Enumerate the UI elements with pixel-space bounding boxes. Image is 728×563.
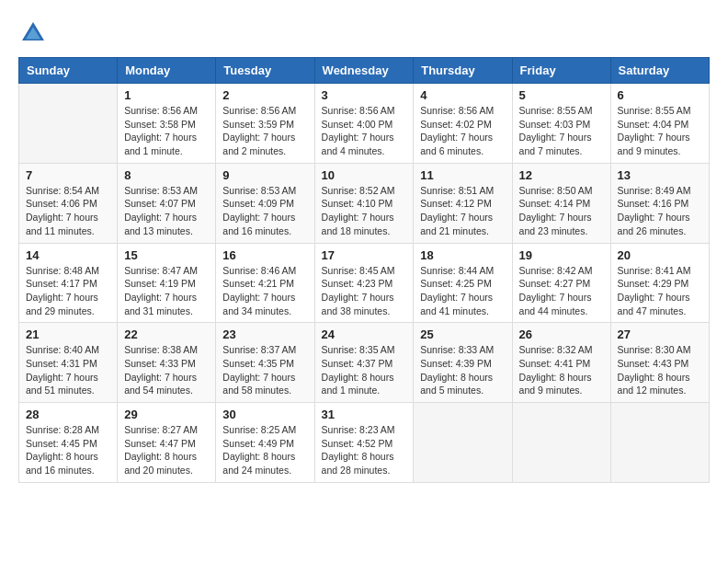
day-cell: 12Sunrise: 8:50 AM Sunset: 4:14 PM Dayli… [512,163,610,243]
day-cell: 2Sunrise: 8:56 AM Sunset: 3:59 PM Daylig… [216,84,314,164]
day-number: 11 [420,168,505,182]
day-info: Sunrise: 8:51 AM Sunset: 4:12 PM Dayligh… [420,184,505,238]
day-cell: 22Sunrise: 8:38 AM Sunset: 4:33 PM Dayli… [118,323,216,403]
day-cell: 17Sunrise: 8:45 AM Sunset: 4:23 PM Dayli… [314,243,414,323]
day-cell: 1Sunrise: 8:56 AM Sunset: 3:58 PM Daylig… [118,84,216,164]
day-info: Sunrise: 8:35 AM Sunset: 4:37 PM Dayligh… [322,343,407,397]
day-cell [19,84,118,164]
day-info: Sunrise: 8:25 AM Sunset: 4:49 PM Dayligh… [222,423,307,477]
day-number: 15 [124,248,209,262]
day-info: Sunrise: 8:33 AM Sunset: 4:39 PM Dayligh… [420,343,505,397]
day-number: 30 [222,408,307,421]
day-number: 2 [222,88,307,102]
day-number: 4 [420,88,505,102]
day-info: Sunrise: 8:41 AM Sunset: 4:29 PM Dayligh… [618,264,702,318]
day-cell [610,403,709,483]
day-cell: 6Sunrise: 8:55 AM Sunset: 4:04 PM Daylig… [610,84,709,164]
day-number: 31 [322,408,407,421]
day-cell: 14Sunrise: 8:48 AM Sunset: 4:17 PM Dayli… [19,243,118,323]
day-number: 28 [26,408,110,421]
day-info: Sunrise: 8:53 AM Sunset: 4:07 PM Dayligh… [124,184,209,238]
day-info: Sunrise: 8:48 AM Sunset: 4:17 PM Dayligh… [26,264,110,318]
day-cell: 30Sunrise: 8:25 AM Sunset: 4:49 PM Dayli… [216,403,314,483]
day-cell: 18Sunrise: 8:44 AM Sunset: 4:25 PM Dayli… [414,243,512,323]
day-number: 19 [519,248,604,262]
day-cell: 24Sunrise: 8:35 AM Sunset: 4:37 PM Dayli… [314,323,414,403]
day-number: 25 [420,327,505,341]
week-row-2: 7Sunrise: 8:54 AM Sunset: 4:06 PM Daylig… [19,163,710,243]
day-cell: 16Sunrise: 8:46 AM Sunset: 4:21 PM Dayli… [216,243,314,323]
day-cell: 29Sunrise: 8:27 AM Sunset: 4:47 PM Dayli… [118,403,216,483]
weekday-header-tuesday: Tuesday [216,58,314,84]
weekday-header-sunday: Sunday [19,58,118,84]
day-cell: 4Sunrise: 8:56 AM Sunset: 4:02 PM Daylig… [414,84,512,164]
day-cell: 5Sunrise: 8:55 AM Sunset: 4:03 PM Daylig… [512,84,610,164]
day-info: Sunrise: 8:47 AM Sunset: 4:19 PM Dayligh… [124,264,209,318]
day-number: 26 [519,327,604,341]
calendar-table: SundayMondayTuesdayWednesdayThursdayFrid… [18,57,710,483]
day-cell: 19Sunrise: 8:42 AM Sunset: 4:27 PM Dayli… [512,243,610,323]
day-cell: 31Sunrise: 8:23 AM Sunset: 4:52 PM Dayli… [314,403,414,483]
day-info: Sunrise: 8:27 AM Sunset: 4:47 PM Dayligh… [124,423,209,477]
day-cell [512,403,610,483]
day-number: 22 [124,327,209,341]
day-number: 14 [26,248,110,262]
day-number: 13 [618,168,702,182]
day-info: Sunrise: 8:30 AM Sunset: 4:43 PM Dayligh… [618,343,702,397]
day-cell: 15Sunrise: 8:47 AM Sunset: 4:19 PM Dayli… [118,243,216,323]
day-number: 16 [222,248,307,262]
day-cell: 26Sunrise: 8:32 AM Sunset: 4:41 PM Dayli… [512,323,610,403]
day-info: Sunrise: 8:45 AM Sunset: 4:23 PM Dayligh… [322,264,407,318]
weekday-header-friday: Friday [512,58,610,84]
day-cell: 8Sunrise: 8:53 AM Sunset: 4:07 PM Daylig… [118,163,216,243]
day-cell: 7Sunrise: 8:54 AM Sunset: 4:06 PM Daylig… [19,163,118,243]
day-number: 8 [124,168,209,182]
day-info: Sunrise: 8:32 AM Sunset: 4:41 PM Dayligh… [519,343,604,397]
day-cell: 11Sunrise: 8:51 AM Sunset: 4:12 PM Dayli… [414,163,512,243]
weekday-header-row: SundayMondayTuesdayWednesdayThursdayFrid… [19,58,710,84]
day-number: 17 [322,248,407,262]
day-number: 21 [26,327,110,341]
week-row-5: 28Sunrise: 8:28 AM Sunset: 4:45 PM Dayli… [19,403,710,483]
day-info: Sunrise: 8:37 AM Sunset: 4:35 PM Dayligh… [222,343,307,397]
weekday-header-monday: Monday [118,58,216,84]
day-info: Sunrise: 8:23 AM Sunset: 4:52 PM Dayligh… [322,423,407,477]
day-number: 1 [124,88,209,102]
page-header [18,18,710,48]
day-number: 29 [124,408,209,421]
day-info: Sunrise: 8:50 AM Sunset: 4:14 PM Dayligh… [519,184,604,238]
day-cell: 27Sunrise: 8:30 AM Sunset: 4:43 PM Dayli… [610,323,709,403]
day-number: 12 [519,168,604,182]
logo [18,18,51,48]
day-number: 10 [322,168,407,182]
day-info: Sunrise: 8:42 AM Sunset: 4:27 PM Dayligh… [519,264,604,318]
day-cell: 9Sunrise: 8:53 AM Sunset: 4:09 PM Daylig… [216,163,314,243]
day-number: 27 [618,327,702,341]
day-cell: 23Sunrise: 8:37 AM Sunset: 4:35 PM Dayli… [216,323,314,403]
day-info: Sunrise: 8:55 AM Sunset: 4:04 PM Dayligh… [618,104,702,158]
day-number: 6 [618,88,702,102]
day-info: Sunrise: 8:49 AM Sunset: 4:16 PM Dayligh… [618,184,702,238]
day-cell [414,403,512,483]
day-cell: 13Sunrise: 8:49 AM Sunset: 4:16 PM Dayli… [610,163,709,243]
day-info: Sunrise: 8:56 AM Sunset: 3:59 PM Dayligh… [222,104,307,158]
day-info: Sunrise: 8:38 AM Sunset: 4:33 PM Dayligh… [124,343,209,397]
logo-icon [18,18,48,48]
day-number: 18 [420,248,505,262]
week-row-3: 14Sunrise: 8:48 AM Sunset: 4:17 PM Dayli… [19,243,710,323]
week-row-1: 1Sunrise: 8:56 AM Sunset: 3:58 PM Daylig… [19,84,710,164]
day-info: Sunrise: 8:54 AM Sunset: 4:06 PM Dayligh… [26,184,110,238]
day-cell: 28Sunrise: 8:28 AM Sunset: 4:45 PM Dayli… [19,403,118,483]
day-cell: 20Sunrise: 8:41 AM Sunset: 4:29 PM Dayli… [610,243,709,323]
day-cell: 10Sunrise: 8:52 AM Sunset: 4:10 PM Dayli… [314,163,414,243]
day-info: Sunrise: 8:28 AM Sunset: 4:45 PM Dayligh… [26,423,110,477]
day-info: Sunrise: 8:52 AM Sunset: 4:10 PM Dayligh… [322,184,407,238]
day-info: Sunrise: 8:46 AM Sunset: 4:21 PM Dayligh… [222,264,307,318]
day-info: Sunrise: 8:56 AM Sunset: 3:58 PM Dayligh… [124,104,209,158]
day-number: 23 [222,327,307,341]
day-number: 3 [322,88,407,102]
day-number: 5 [519,88,604,102]
day-info: Sunrise: 8:40 AM Sunset: 4:31 PM Dayligh… [26,343,110,397]
weekday-header-saturday: Saturday [610,58,709,84]
day-number: 7 [26,168,110,182]
